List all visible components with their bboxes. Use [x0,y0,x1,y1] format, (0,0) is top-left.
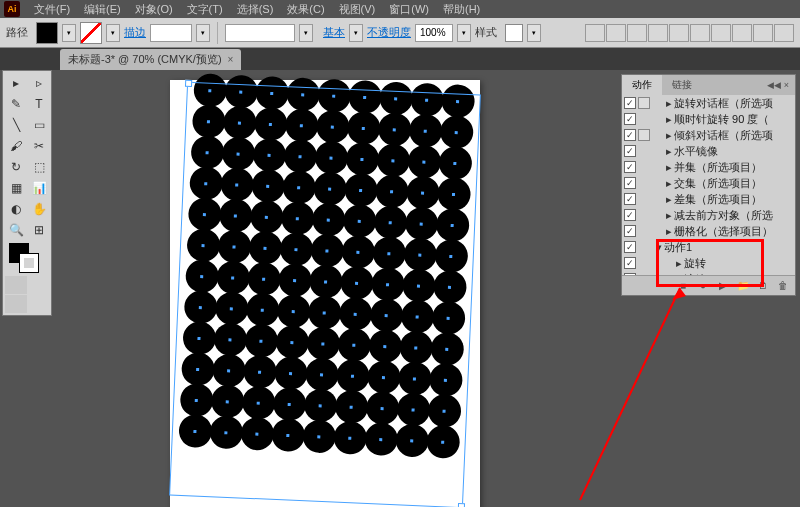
menu-select[interactable]: 选择(S) [231,0,280,19]
circle[interactable] [345,142,379,176]
toggle-check-icon[interactable]: ✓ [624,97,636,109]
style-swatch[interactable] [505,24,523,42]
circle[interactable] [272,387,306,421]
circle[interactable] [185,259,219,293]
circle[interactable] [314,140,348,174]
circle[interactable] [366,360,400,394]
circle[interactable] [408,114,442,148]
circle[interactable] [286,77,320,111]
toggle-check-icon[interactable]: ✓ [624,193,636,205]
tab-actions[interactable]: 动作 [622,75,662,95]
circle[interactable] [253,107,287,141]
selection-tool[interactable]: ▸ [5,73,27,93]
circle[interactable] [409,83,443,117]
circle[interactable] [275,325,309,359]
circle[interactable] [211,353,245,387]
circle[interactable] [251,169,285,203]
circle[interactable] [220,167,254,201]
circle[interactable] [400,299,434,333]
circle[interactable] [407,144,441,178]
circle[interactable] [255,76,289,110]
circle[interactable] [435,208,469,242]
align-btn-2[interactable] [606,24,626,42]
stroke-weight-field[interactable] [150,24,192,42]
action-row[interactable]: ✓▸旋转对话框（所选项 [622,95,795,111]
basic-dd[interactable]: ▾ [349,24,363,42]
stroke-swatch[interactable] [80,22,102,44]
tab-links[interactable]: 链接 [662,75,702,95]
circle[interactable] [378,81,412,115]
trash-icon[interactable]: 🗑 [777,280,789,292]
circle[interactable] [245,293,279,327]
action-row[interactable]: ✓▸并集（所选项目） [622,159,795,175]
action-row[interactable]: ✓▾动作1 [622,239,795,255]
circle[interactable] [430,332,464,366]
disclosure-arrow-icon[interactable]: ▸ [664,225,674,238]
circle[interactable] [347,80,381,114]
color-mode-row[interactable] [5,276,27,294]
circle[interactable] [306,326,340,360]
fill-swatch[interactable] [36,22,58,44]
circle[interactable] [335,359,369,393]
circle-grid[interactable] [161,73,489,507]
circle[interactable] [432,270,466,304]
mesh-tool[interactable]: ▦ [5,178,27,198]
menu-file[interactable]: 文件(F) [28,0,76,19]
circle[interactable] [368,329,402,363]
action-row[interactable]: ✓▸栅格化（选择项目） [622,223,795,239]
action-row[interactable]: ✓▸减去前方对象（所选 [622,207,795,223]
record-icon[interactable]: ● [697,280,709,292]
scissors-tool[interactable]: ✂ [28,136,50,156]
circle[interactable] [252,138,286,172]
circle[interactable] [213,322,247,356]
circle[interactable] [310,233,344,267]
circle[interactable] [191,104,225,138]
circle[interactable] [427,394,461,428]
circle[interactable] [302,419,336,453]
disclosure-arrow-icon[interactable]: ▸ [664,145,674,158]
circle[interactable] [431,301,465,335]
circle[interactable] [183,290,217,324]
panel-collapse-icon[interactable]: ◀◀ × [761,80,795,90]
action-row[interactable]: ✓▸差集（所选项目） [622,191,795,207]
graph-tool[interactable]: 📊 [28,178,50,198]
circle[interactable] [187,197,221,231]
circle[interactable] [279,232,313,266]
disclosure-arrow-icon[interactable]: ▸ [664,97,674,110]
circle[interactable] [434,239,468,273]
menu-help[interactable]: 帮助(H) [437,0,486,19]
circle[interactable] [240,416,274,450]
circle[interactable] [338,297,372,331]
hand-tool[interactable]: ✋ [28,199,50,219]
circle[interactable] [426,425,460,459]
circle[interactable] [312,171,346,205]
circle[interactable] [334,390,368,424]
circle[interactable] [307,295,341,329]
stop-icon[interactable]: ■ [677,280,689,292]
circle[interactable] [377,112,411,146]
dialog-toggle-icon[interactable] [638,129,650,141]
document-tab[interactable]: 未标题-3* @ 70% (CMYK/预览) × [60,49,241,70]
circle[interactable] [189,166,223,200]
toggle-check-icon[interactable]: ✓ [624,129,636,141]
align-btn-9[interactable] [753,24,773,42]
circle[interactable] [180,352,214,386]
align-btn-6[interactable] [690,24,710,42]
circle[interactable] [248,231,282,265]
circle[interactable] [186,228,220,262]
menu-view[interactable]: 视图(V) [333,0,382,19]
toggle-check-icon[interactable]: ✓ [624,161,636,173]
align-btn-8[interactable] [732,24,752,42]
rectangle-tool[interactable]: ▭ [28,115,50,135]
circle[interactable] [271,418,305,452]
disclosure-arrow-icon[interactable]: ▸ [674,273,684,276]
menu-effect[interactable]: 效果(C) [281,0,330,19]
type-tool[interactable]: T [28,94,50,114]
circle[interactable] [280,201,314,235]
circle[interactable] [308,264,342,298]
toggle-check-icon[interactable]: ✓ [624,273,636,275]
opacity-field[interactable] [415,24,453,42]
circle[interactable] [343,173,377,207]
artboard[interactable] [170,80,480,507]
screen-mode-row[interactable] [5,295,27,313]
